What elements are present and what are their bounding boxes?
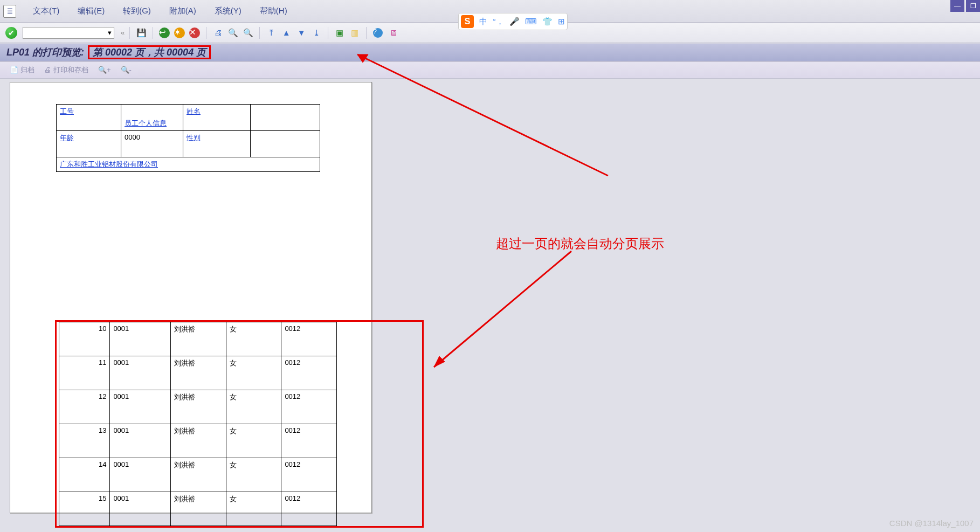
data-highlight-box: 100001刘洪裕女0012110001刘洪裕女0012120001刘洪裕女00…: [55, 320, 424, 528]
dropdown-icon: ▾: [108, 29, 112, 37]
print-archive-button[interactable]: 🖨打印和存档: [44, 65, 88, 75]
separator: [259, 27, 260, 39]
chevron-left-icon[interactable]: «: [121, 29, 125, 37]
archive-button[interactable]: 📄归档: [10, 65, 34, 75]
table-row: 150001刘洪裕女0012: [59, 492, 337, 526]
cell-num: 0012: [281, 356, 337, 390]
ime-logo-icon[interactable]: S: [461, 15, 474, 28]
ime-skin-icon[interactable]: 👕: [542, 17, 553, 26]
cell-sex: 女: [226, 390, 281, 424]
cell-sex: 女: [226, 424, 281, 458]
hdr-empid-label: 工号: [57, 105, 121, 131]
new-session-icon[interactable]: ▣: [333, 26, 346, 39]
svg-marker-3: [434, 356, 445, 367]
cell-code: 0001: [110, 492, 171, 526]
menu-goto[interactable]: 转到(G): [123, 6, 151, 16]
ime-mic-icon[interactable]: 🎤: [509, 17, 520, 26]
next-page-icon[interactable]: ▼: [295, 26, 308, 39]
cell-idx: 12: [59, 390, 110, 424]
separator: [129, 27, 130, 39]
help-icon[interactable]: ?: [373, 28, 383, 38]
page-title: LP01 的打印预览: 第 00002 页，共 00004 页: [6, 46, 211, 59]
separator: [366, 27, 367, 39]
data-table: 100001刘洪裕女0012110001刘洪裕女0012120001刘洪裕女00…: [59, 322, 337, 526]
cell-code: 0001: [110, 424, 171, 458]
table-row: 100001刘洪裕女0012: [59, 322, 337, 356]
zoom-in-icon[interactable]: 🔍+: [98, 66, 111, 74]
page-indicator-highlight: 第 00002 页，共 00004 页: [88, 45, 211, 59]
separator: [153, 27, 153, 39]
cell-num: 0012: [281, 492, 337, 526]
hdr-company: 广东和胜工业铝材股份有限公司: [57, 157, 320, 172]
cell-sex: 女: [226, 322, 281, 356]
cell-name: 刘洪裕: [171, 458, 226, 492]
table-row: 110001刘洪裕女0012: [59, 356, 337, 390]
menu-system[interactable]: 系统(Y): [215, 6, 241, 16]
cell-idx: 13: [59, 424, 110, 458]
ime-punct-icon[interactable]: °，: [493, 17, 504, 27]
annotation-text: 超过一页的就会自动分页展示: [496, 235, 664, 252]
menu-text[interactable]: 文本(T): [33, 6, 59, 16]
cell-idx: 14: [59, 458, 110, 492]
preview-area: 工号 员工个人信息 姓名 年龄 0000 性别 广东和胜工业铝材股份有限公司 1…: [0, 79, 980, 532]
cell-name: 刘洪裕: [171, 322, 226, 356]
cell-sex: 女: [226, 458, 281, 492]
zoom-out-icon[interactable]: 🔍-: [121, 66, 132, 74]
find-next-icon[interactable]: 🔍: [241, 26, 254, 39]
window-controls: — ❐: [950, 0, 980, 12]
hdr-age-label: 年龄: [57, 131, 121, 157]
table-row: 140001刘洪裕女0012: [59, 458, 337, 492]
save-icon[interactable]: 💾: [135, 26, 148, 39]
archive-label: 归档: [20, 65, 34, 75]
menu-help[interactable]: 帮助(H): [260, 6, 287, 16]
cell-sex: 女: [226, 492, 281, 526]
hdr-age-val: 0000: [121, 131, 183, 157]
minimize-button[interactable]: —: [950, 0, 964, 12]
cell-idx: 15: [59, 492, 110, 526]
hdr-sex-label: 性别: [183, 131, 251, 157]
cell-sex: 女: [226, 356, 281, 390]
header-table: 工号 员工个人信息 姓名 年龄 0000 性别 广东和胜工业铝材股份有限公司: [56, 104, 320, 172]
preview-toolbar: 📄归档 🖨打印和存档 🔍+ 🔍-: [0, 61, 980, 79]
first-page-icon[interactable]: ⤒: [265, 26, 278, 39]
layout-icon[interactable]: ▥: [348, 26, 361, 39]
back-icon[interactable]: ↩: [159, 27, 170, 38]
cell-num: 0012: [281, 322, 337, 356]
ime-keyboard-icon[interactable]: ⌨: [525, 17, 537, 26]
hdr-info-label: 员工个人信息: [121, 105, 183, 131]
cell-code: 0001: [110, 458, 171, 492]
command-field[interactable]: ▾: [23, 27, 114, 39]
page-title-bar: LP01 的打印预览: 第 00002 页，共 00004 页: [0, 43, 980, 61]
cell-idx: 11: [59, 356, 110, 390]
ok-button[interactable]: ✔: [5, 27, 17, 39]
find-icon[interactable]: 🔍: [226, 26, 239, 39]
arrow-to-data: [420, 240, 615, 381]
cell-name: 刘洪裕: [171, 356, 226, 390]
last-page-icon[interactable]: ⤓: [310, 26, 323, 39]
ime-grid-icon[interactable]: ⊞: [558, 17, 565, 26]
cell-name: 刘洪裕: [171, 390, 226, 424]
printer-name: LP01: [6, 47, 30, 58]
ime-lang[interactable]: 中: [479, 17, 487, 27]
title-mid: 的打印预览:: [30, 47, 87, 58]
separator: [328, 27, 328, 39]
hdr-sex-val: [251, 131, 320, 157]
cell-num: 0012: [281, 424, 337, 458]
cell-code: 0001: [110, 390, 171, 424]
watermark: CSDN @1314lay_1007: [889, 519, 974, 528]
cell-name: 刘洪裕: [171, 492, 226, 526]
cancel-icon[interactable]: ✕: [189, 27, 200, 38]
exit-icon[interactable]: ✶: [174, 27, 185, 38]
svg-line-2: [434, 251, 571, 367]
print-icon[interactable]: 🖨: [211, 26, 224, 39]
local-layout-icon[interactable]: 🖥: [387, 26, 399, 39]
menu-attach[interactable]: 附加(A): [169, 6, 196, 16]
cell-idx: 10: [59, 322, 110, 356]
print-archive-label: 打印和存档: [53, 65, 88, 75]
prev-page-icon[interactable]: ▲: [280, 26, 293, 39]
hdr-name-label: 姓名: [183, 105, 251, 131]
separator: [206, 27, 206, 39]
app-logo-icon: ☰: [3, 5, 16, 18]
menu-edit[interactable]: 编辑(E): [78, 6, 105, 16]
restore-button[interactable]: ❐: [966, 0, 980, 12]
